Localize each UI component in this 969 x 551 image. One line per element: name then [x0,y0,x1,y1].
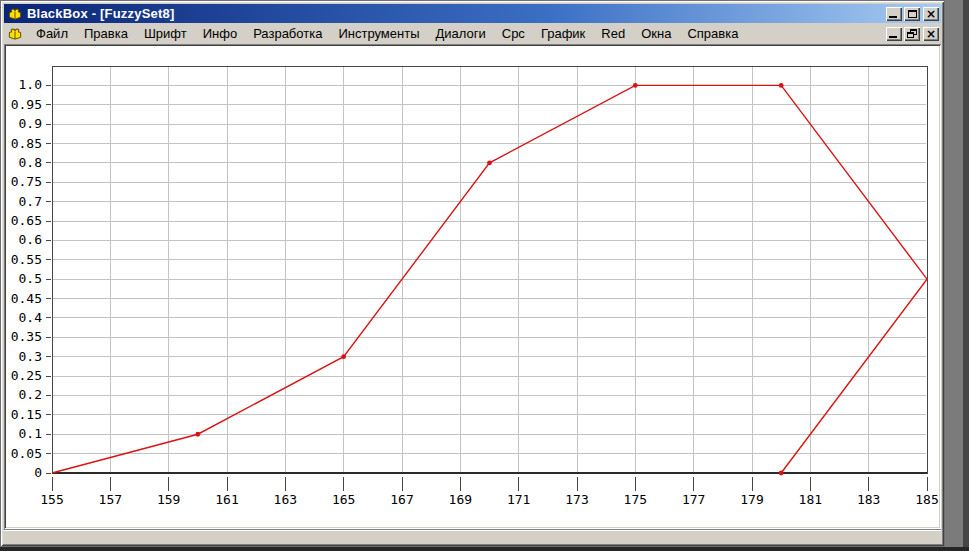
x-tick-label: 177 [682,492,705,507]
x-tick-label: 181 [799,492,822,507]
x-tick-label: 155 [40,492,63,507]
y-tick-label: 0.9 [19,116,42,131]
x-tick-label: 165 [332,492,355,507]
data-point-marker [487,161,492,166]
blackbox-app-icon[interactable] [7,6,23,21]
menu-item-tools[interactable]: Инструменты [330,24,427,44]
desktop-background-right [963,0,969,551]
menu-item-dev[interactable]: Разработка [245,24,330,44]
menu-item-help[interactable]: Справка [679,24,746,44]
y-tick-label: 0.3 [19,349,42,364]
plot-frame [52,66,927,473]
data-point-marker [341,354,346,359]
maximize-icon [908,10,917,18]
x-tick-label: 159 [157,492,180,507]
x-tick-label: 173 [565,492,588,507]
y-tick-label: 0.05 [11,446,42,461]
y-tick-label: 0.8 [19,155,42,170]
menu-item-edit[interactable]: Правка [76,24,136,44]
mdi-restore-icon [907,29,917,38]
y-tick-label: 0.65 [11,213,42,228]
y-tick-label: 0.4 [19,310,43,325]
menu-item-graph[interactable]: График [533,24,593,44]
app-window: BlackBox - [FuzzySet8] × ФайлПравкаШрифт… [0,0,945,547]
minimize-button[interactable] [886,7,902,21]
mdi-close-icon: × [926,29,936,39]
x-tick-label: 183 [857,492,880,507]
x-tick-label: 161 [215,492,238,507]
menu-item-font[interactable]: Шрифт [136,24,195,44]
menu-item-srs[interactable]: Срс [494,24,533,44]
mdi-document-icon[interactable] [7,26,23,41]
y-tick-label: 0.75 [11,174,42,189]
x-tick-label: 185 [915,492,938,507]
x-tick-label: 157 [99,492,122,507]
menu-items: ФайлПравкаШрифтИнфоРазработкаИнструменты… [28,24,746,44]
title-bar: BlackBox - [FuzzySet8] × [4,4,941,23]
mdi-minimize-button[interactable] [886,27,902,41]
mdi-close-button[interactable]: × [923,27,939,41]
y-tick-label: 0.7 [19,194,42,209]
data-point-marker [779,83,784,88]
mdi-restore-button[interactable] [904,27,920,41]
minimize-icon [889,16,897,18]
y-tick-label: 1.0 [19,77,42,92]
menu-item-info[interactable]: Инфо [195,24,245,44]
data-point-marker [633,83,638,88]
menu-item-red[interactable]: Red [593,24,633,44]
y-tick-label: 0.15 [11,407,42,422]
status-bar [4,529,941,543]
y-tick-label: 0.5 [19,271,42,286]
y-tick-label: 0.55 [11,252,42,267]
x-tick-label: 179 [740,492,763,507]
maximize-button[interactable] [904,7,920,21]
y-tick-label: 0.1 [19,426,42,441]
data-point-marker [779,471,784,476]
x-tick-label: 167 [390,492,413,507]
menu-item-dialogs[interactable]: Диалоги [427,24,493,44]
x-tick-label: 171 [507,492,530,507]
x-tick-label: 175 [624,492,647,507]
data-point-marker [195,432,200,437]
window-title: BlackBox - [FuzzySet8] [27,6,884,21]
document-client-area: 00.050.10.150.20.250.30.350.40.450.50.55… [4,44,941,529]
close-button[interactable]: × [923,7,939,21]
y-tick-label: 0.35 [11,329,42,344]
x-tick-label: 163 [274,492,297,507]
menu-item-windows[interactable]: Окна [633,24,679,44]
y-tick-label: 0.2 [19,387,42,402]
y-tick-label: 0.6 [19,232,42,247]
x-tick-label: 169 [449,492,472,507]
menu-item-file[interactable]: Файл [28,24,76,44]
y-tick-label: 0.85 [11,136,42,151]
y-tick-label: 0 [34,465,42,480]
y-tick-label: 0.95 [11,97,42,112]
menu-bar: ФайлПравкаШрифтИнфоРазработкаИнструменты… [4,23,941,44]
fuzzy-set-chart: 00.050.10.150.20.250.30.350.40.450.50.55… [6,46,939,527]
close-icon: × [926,9,936,19]
y-tick-label: 0.25 [11,368,42,383]
y-tick-label: 0.45 [11,291,42,306]
mdi-minimize-icon [889,36,897,38]
desktop-background-bottom [0,547,969,551]
